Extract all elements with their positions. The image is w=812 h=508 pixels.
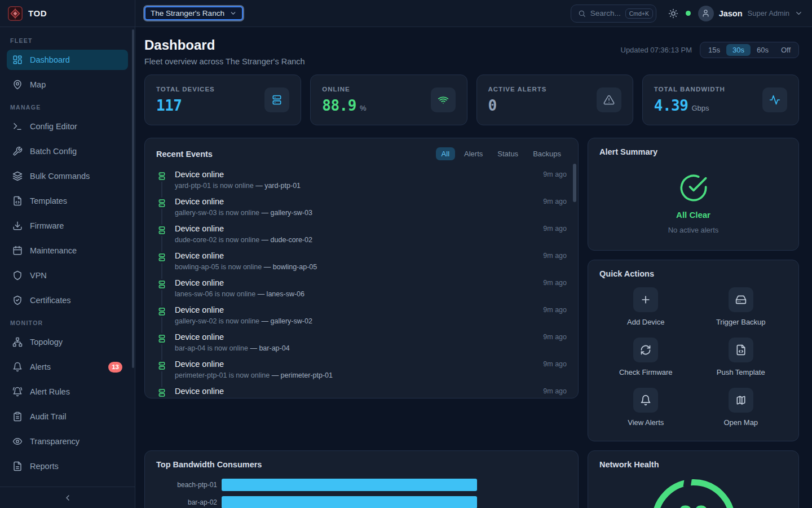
push-template-button[interactable]: Push Template: [694, 338, 789, 378]
network-health-panel: Network Health 88: [588, 450, 799, 508]
server-icon: [156, 333, 167, 344]
active-alerts-value: 0: [488, 97, 497, 114]
sidebar-collapse-button[interactable]: [0, 487, 135, 508]
sidebar-item-batch-config[interactable]: Batch Config: [7, 141, 128, 161]
event-row: Device onlineyard-ptp-01 is now online —…: [156, 169, 567, 196]
section-label-manage: MANAGE: [10, 104, 125, 111]
events-scrollbar[interactable]: [573, 164, 576, 202]
chevron-down-icon: [230, 10, 237, 17]
alert-summary-detail: No active alerts: [668, 226, 719, 234]
event-row: Device onlineperimeter-ptp-01 is now onl…: [156, 359, 567, 386]
health-ring-gap: [683, 476, 692, 488]
user-icon: [701, 9, 710, 17]
health-value: 88: [678, 501, 709, 508]
refresh-off-button[interactable]: Off: [775, 44, 797, 56]
page-header: Dashboard Fleet overview across The Stra…: [144, 37, 799, 66]
stat-total-devices: TOTAL DEVICES 117: [144, 75, 301, 125]
user-menu[interactable]: Jason Super Admin: [698, 6, 803, 21]
stat-total-bandwidth: TOTAL BANDWIDTH 4.39Gbps: [642, 75, 799, 125]
refresh-30s-button[interactable]: 30s: [726, 44, 751, 56]
section-label-fleet: FLEET: [10, 37, 125, 44]
tab-backups[interactable]: Backups: [527, 147, 567, 160]
bandwidth-panel: Top Bandwidth Consumers beach-ptp-01 bar…: [144, 450, 579, 508]
sidebar-item-certificates[interactable]: Certificates: [7, 290, 128, 310]
refresh-icon: [633, 338, 658, 362]
file-text-icon: [12, 461, 23, 471]
map-icon: [729, 388, 753, 413]
bell-icon: [12, 362, 23, 372]
bandwidth-chart: beach-ptp-01 bar-ap-02: [145, 475, 578, 508]
open-map-button[interactable]: Open Map: [694, 388, 789, 428]
sidebar-item-bulk-commands[interactable]: Bulk Commands: [7, 166, 128, 186]
trigger-backup-button[interactable]: Trigger Backup: [694, 287, 789, 328]
wifi-icon: [431, 87, 456, 112]
alert-triangle-icon: [597, 87, 621, 112]
sidebar-item-firmware[interactable]: Firmware: [7, 216, 128, 236]
sidebar-item-alerts[interactable]: Alerts 13: [7, 357, 128, 377]
online-value: 88.9: [322, 97, 356, 114]
connection-status-dot: [686, 11, 691, 16]
stat-online: ONLINE 88.9%: [310, 75, 467, 125]
server-icon: [156, 170, 167, 182]
search-icon: [578, 10, 586, 17]
sidebar-scrollbar[interactable]: [132, 29, 134, 368]
event-row: Device onlinegallery-sw-02 is now online…: [156, 305, 567, 332]
calendar-icon: [12, 246, 23, 256]
sidebar-item-map[interactable]: Map: [7, 75, 128, 95]
layout-grid-icon: [12, 55, 23, 65]
network-health-title: Network Health: [599, 460, 659, 469]
server-icon: [156, 306, 167, 317]
shield-icon: [12, 270, 23, 281]
tab-all[interactable]: All: [436, 147, 455, 160]
tab-alerts[interactable]: Alerts: [458, 147, 488, 160]
sidebar: TOD FLEET Dashboard Map MANAGE Config Ed…: [0, 0, 135, 508]
refresh-interval-control: 15s 30s 60s Off: [700, 42, 799, 58]
tab-status[interactable]: Status: [492, 147, 524, 160]
sidebar-item-alert-rules[interactable]: Alert Rules: [7, 382, 128, 402]
events-filter-tabs: All Alerts Status Backups: [436, 147, 567, 160]
map-pin-icon: [12, 80, 23, 90]
chevron-left-icon: [63, 493, 72, 502]
sidebar-item-dashboard[interactable]: Dashboard: [7, 50, 128, 70]
chevron-down-icon: [795, 9, 803, 17]
quick-actions-title: Quick Actions: [599, 269, 654, 278]
quick-actions-panel: Quick Actions Add Device Trigger Backup …: [588, 260, 799, 441]
refresh-60s-button[interactable]: 60s: [751, 44, 775, 56]
search-input[interactable]: Search... Cmd+K: [571, 5, 656, 23]
avatar: [698, 6, 714, 21]
sun-icon: [668, 8, 678, 19]
bandwidth-bar: [222, 479, 477, 491]
view-alerts-button[interactable]: View Alerts: [598, 388, 694, 428]
main-content: Dashboard Fleet overview across The Stra…: [135, 27, 812, 508]
bandwidth-title: Top Bandwidth Consumers: [156, 460, 262, 469]
sidebar-item-config-editor[interactable]: Config Editor: [7, 116, 128, 137]
alert-summary-status: All Clear: [676, 210, 710, 220]
event-row: Device onlinebar-ap-04 is now online — b…: [156, 332, 567, 359]
refresh-15s-button[interactable]: 15s: [702, 44, 726, 56]
bell-icon: [633, 388, 658, 413]
shield-check-icon: [12, 295, 23, 305]
add-device-button[interactable]: Add Device: [598, 287, 694, 328]
sidebar-item-topology[interactable]: Topology: [7, 332, 128, 352]
sidebar-item-transparency[interactable]: Transparency: [7, 431, 128, 452]
bandwidth-bar: [222, 496, 477, 508]
event-row: Device onlinegallery-sw-03 is now online…: [156, 196, 567, 224]
sidebar-item-templates[interactable]: Templates: [7, 191, 128, 211]
sidebar-item-vpn[interactable]: VPN: [7, 265, 128, 286]
sidebar-item-reports[interactable]: Reports: [7, 456, 128, 476]
check-firmware-button[interactable]: Check Firmware: [598, 338, 694, 378]
check-circle-icon: [679, 173, 708, 203]
site-selector[interactable]: The Stranger's Ranch: [144, 6, 243, 20]
stat-active-alerts: ACTIVE ALERTS 0: [476, 75, 633, 125]
eye-icon: [12, 436, 23, 446]
user-role: Super Admin: [748, 9, 789, 17]
sidebar-item-maintenance[interactable]: Maintenance: [7, 240, 128, 261]
stat-cards: TOTAL DEVICES 117 ONLINE 88.9% ACTIVE AL…: [144, 75, 799, 125]
alert-summary-title: Alert Summary: [599, 147, 657, 156]
user-name: Jason: [719, 9, 743, 18]
event-row: Device onlinedude-core-02 is now online …: [156, 224, 567, 251]
theme-toggle-button[interactable]: [668, 8, 678, 19]
page-title: Dashboard: [144, 37, 305, 53]
sidebar-item-audit-trail[interactable]: Audit Trail: [7, 406, 128, 427]
sidebar-nav: FLEET Dashboard Map MANAGE Config Editor…: [0, 27, 135, 485]
